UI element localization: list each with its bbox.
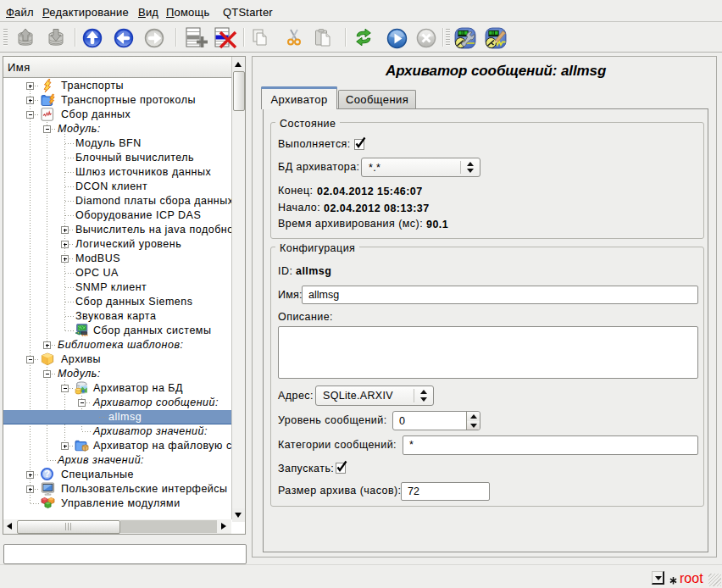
svg-text:?: ? <box>44 469 50 479</box>
